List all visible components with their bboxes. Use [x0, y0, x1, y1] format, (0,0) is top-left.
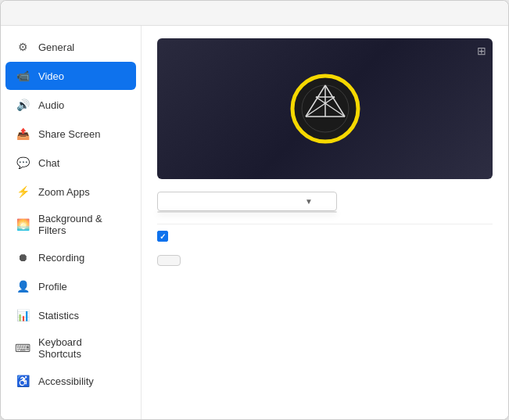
sidebar-recording-icon: ⏺ — [15, 249, 30, 265]
always-display-checkbox[interactable] — [157, 231, 168, 242]
sidebar-general-icon: ⚙ — [15, 39, 30, 55]
camera-preview: ⊞ — [157, 38, 493, 179]
sidebar-keyboard-shortcuts-icon: ⌨ — [15, 340, 30, 356]
sidebar-zoom-apps-icon: ⚡ — [15, 184, 30, 199]
advanced-button[interactable] — [157, 255, 181, 266]
sidebar-background-filters-label: Background & Filters — [38, 213, 127, 236]
sidebar-item-chat[interactable]: 💬 Chat — [5, 149, 136, 177]
sidebar-item-share-screen[interactable]: 📤 Share Screen — [5, 120, 136, 148]
sidebar-statistics-icon: 📊 — [15, 307, 30, 323]
divider — [157, 224, 493, 224]
sidebar-audio-icon: 🔊 — [15, 97, 30, 113]
sidebar-accessibility-icon: ♿ — [15, 373, 30, 389]
sidebar-item-keyboard-shortcuts[interactable]: ⌨ Keyboard Shortcuts — [5, 330, 136, 366]
sidebar-item-general[interactable]: ⚙ General — [5, 33, 136, 61]
sidebar-item-video[interactable]: 📹 Video — [5, 62, 136, 90]
sidebar-profile-icon: 👤 — [15, 278, 30, 294]
sidebar-item-profile[interactable]: 👤 Profile — [5, 272, 136, 300]
main-panel: ⊞ — [142, 26, 508, 419]
sidebar-item-zoom-apps[interactable]: ⚡ Zoom Apps — [5, 178, 136, 206]
sidebar-keyboard-shortcuts-label: Keyboard Shortcuts — [38, 336, 127, 360]
sidebar-item-recording[interactable]: ⏺ Recording — [5, 243, 136, 271]
camera-corner-icon: ⊞ — [477, 45, 486, 57]
always-display-row — [157, 231, 493, 242]
sidebar-video-icon: 📹 — [15, 68, 30, 84]
snap-logo — [290, 74, 360, 144]
sidebar-share-screen-label: Share Screen — [38, 128, 101, 140]
sidebar-share-screen-icon: 📤 — [15, 126, 30, 142]
sidebar-statistics-label: Statistics — [38, 310, 79, 321]
sidebar: ⚙ General 📹 Video 🔊 Audio 📤 Share Screen… — [1, 26, 142, 419]
sidebar-item-audio[interactable]: 🔊 Audio — [5, 91, 136, 119]
camera-dropdown-container: ▼ — [157, 192, 493, 211]
sidebar-chat-icon: 💬 — [15, 155, 30, 171]
sidebar-profile-label: Profile — [38, 281, 67, 293]
sidebar-accessibility-label: Accessibility — [38, 375, 94, 387]
camera-dropdown-menu — [157, 211, 337, 213]
settings-window: ⚙ General 📹 Video 🔊 Audio 📤 Share Screen… — [0, 0, 509, 420]
close-button[interactable] — [486, 7, 499, 20]
sidebar-item-statistics[interactable]: 📊 Statistics — [5, 301, 136, 329]
sidebar-recording-label: Recording — [38, 252, 84, 264]
sidebar-background-filters-icon: 🌅 — [15, 217, 30, 232]
sidebar-zoom-apps-label: Zoom Apps — [38, 186, 90, 198]
content-area: ⚙ General 📹 Video 🔊 Audio 📤 Share Screen… — [1, 26, 508, 419]
sidebar-item-background-filters[interactable]: 🌅 Background & Filters — [5, 206, 136, 242]
titlebar — [1, 1, 508, 26]
camera-dropdown[interactable]: ▼ — [157, 192, 337, 211]
sidebar-general-label: General — [38, 41, 74, 53]
sidebar-item-accessibility[interactable]: ♿ Accessibility — [5, 367, 136, 395]
sidebar-video-label: Video — [38, 70, 64, 82]
dropdown-chevron-icon: ▼ — [305, 197, 313, 206]
sidebar-chat-label: Chat — [38, 157, 59, 169]
sidebar-audio-label: Audio — [38, 99, 64, 111]
